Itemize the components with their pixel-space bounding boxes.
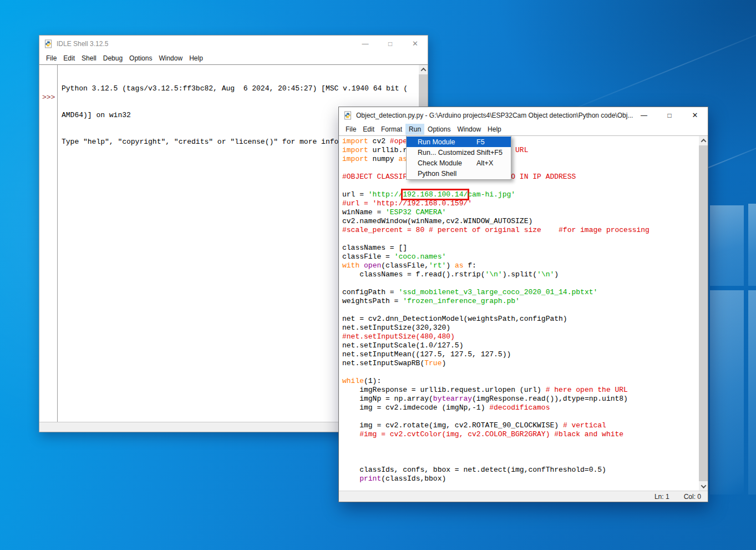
code-line[interactable]: classNames = [] <box>342 244 699 253</box>
minimize-icon[interactable]: — <box>631 107 657 123</box>
code-token: 'frozen_inference_graph.pb' <box>403 297 520 305</box>
code-line[interactable]: configPath = 'ssd_mobilenet_v3_large_coc… <box>342 288 699 297</box>
menu-item-format[interactable]: Format <box>378 124 405 135</box>
run-menu-item-check-module[interactable]: Check ModuleAlt+X <box>407 158 511 168</box>
code-token: import <box>342 137 368 145</box>
menu-item-file[interactable]: File <box>43 53 60 64</box>
menu-item-run[interactable]: Run <box>405 124 424 135</box>
code-area[interactable]: import cv2 #openCVimport urllib.request … <box>339 136 699 491</box>
menu-item-help[interactable]: Help <box>484 124 505 135</box>
code-line[interactable]: imgNp = np.array(bytearray(imgResponse.r… <box>342 395 699 403</box>
scroll-down-icon[interactable] <box>699 482 708 491</box>
code-token: net = cv2.dnn_DetectionModel(weightsPath… <box>342 315 567 323</box>
windows-logo-pane <box>748 290 756 495</box>
code-line[interactable] <box>342 306 699 315</box>
code-line[interactable] <box>342 235 699 244</box>
minimize-icon[interactable]: — <box>353 36 378 52</box>
code-line[interactable]: #net.setInputSize(480,480) <box>342 332 699 341</box>
menu-item-window[interactable]: Window <box>454 124 484 135</box>
windows-logo-pane <box>710 290 744 495</box>
shell-prompt: >>> <box>42 93 55 102</box>
code-line[interactable]: import urllib.request #to open and read … <box>342 146 699 155</box>
code-token: open <box>364 261 381 270</box>
menu-item-options[interactable]: Options <box>424 124 454 135</box>
shell-prompt-gutter: >>> <box>39 65 58 422</box>
maximize-icon[interactable]: □ <box>657 107 682 123</box>
code-line[interactable]: #scale_percent = 80 # percent of origina… <box>342 226 699 235</box>
menu-item-edit[interactable]: Edit <box>60 53 78 64</box>
code-token: # here open the URL <box>546 386 628 394</box>
scrollbar-thumb[interactable] <box>699 145 708 481</box>
menu-item-options[interactable]: Options <box>126 53 155 64</box>
code-line[interactable]: weightsPath = 'frozen_inference_graph.pb… <box>342 297 699 306</box>
code-line[interactable] <box>342 279 699 288</box>
code-line[interactable]: winName = 'ESP32 CAMERA' <box>342 208 699 217</box>
code-line[interactable]: net = cv2.dnn_DetectionModel(weightsPath… <box>342 315 699 324</box>
code-line[interactable]: net.setInputMean((127.5, 127.5, 127.5)) <box>342 350 699 359</box>
code-line[interactable]: #url = 'http://192.168.0.159/' <box>342 199 699 208</box>
menu-item-debug[interactable]: Debug <box>100 53 126 64</box>
shell-titlebar[interactable]: IDLE Shell 3.12.5 — □ ✕ <box>39 36 428 52</box>
code-token: import <box>342 155 368 163</box>
code-token: winName = <box>342 208 385 216</box>
code-line[interactable]: #OBJECT CLASSIFICATION PROGRAM FOR VIDEO… <box>342 173 699 181</box>
run-menu-item-run-customized[interactable]: Run... CustomizedShift+F5 <box>407 147 511 158</box>
idle-icon[interactable] <box>44 39 53 48</box>
code-line[interactable] <box>342 368 699 377</box>
code-line[interactable] <box>342 181 699 190</box>
scroll-up-icon[interactable] <box>699 136 708 145</box>
run-menu-item-python-shell[interactable]: Python Shell <box>407 168 511 179</box>
menu-item-help[interactable]: Help <box>186 53 206 64</box>
code-line[interactable] <box>342 457 699 466</box>
code-token: f: <box>464 261 476 270</box>
code-line[interactable]: classNames = f.read().rstrip('\n').split… <box>342 270 699 279</box>
code-line[interactable]: import cv2 #openCV <box>342 137 699 146</box>
status-col-indicator: Col: 0 <box>684 493 701 501</box>
scroll-up-icon[interactable] <box>419 65 428 74</box>
code-token: numpy <box>368 155 399 163</box>
code-token: #scale_percent = 80 # percent of origina… <box>342 226 650 234</box>
code-line[interactable]: classFile = 'coco.names' <box>342 253 699 261</box>
status-line-indicator: Ln: 1 <box>654 493 669 501</box>
code-token: net.setInputSize(320,320) <box>342 324 450 332</box>
editor-scrollbar[interactable] <box>699 136 708 491</box>
close-icon[interactable]: ✕ <box>403 36 428 52</box>
editor-menubar: FileEditFormatRunOptionsWindowHelp <box>339 123 708 135</box>
code-token: net.setInputScale(1.0/127.5) <box>342 341 463 350</box>
menu-item-shell[interactable]: Shell <box>78 53 100 64</box>
run-menu-item-run-module[interactable]: Run ModuleF5 <box>407 137 511 147</box>
menu-item-window[interactable]: Window <box>155 53 186 64</box>
editor-text-panel[interactable]: import cv2 #openCVimport urllib.request … <box>339 135 708 491</box>
code-line[interactable]: while(1): <box>342 377 699 386</box>
code-line[interactable] <box>342 164 699 173</box>
code-line[interactable]: classIds, confs, bbox = net.detect(img,c… <box>342 466 699 475</box>
editor-titlebar[interactable]: Object_detection.py.py - G:\Arduino proj… <box>339 107 708 123</box>
code-line[interactable]: net.setInputSize(320,320) <box>342 324 699 332</box>
code-line[interactable] <box>342 448 699 457</box>
menu-item-edit[interactable]: Edit <box>359 124 378 135</box>
code-line[interactable]: with open(classFile,'rt') as f: <box>342 261 699 270</box>
code-line[interactable]: #img = cv2.cvtColor(img, cv2.COLOR_BGR2G… <box>342 430 699 439</box>
maximize-icon[interactable]: □ <box>378 36 403 52</box>
code-token: ) <box>554 270 559 279</box>
menu-item-file[interactable]: File <box>342 124 359 135</box>
code-line[interactable] <box>342 439 699 448</box>
menu-item-label: Run Module <box>418 138 455 146</box>
close-icon[interactable]: ✕ <box>682 107 708 123</box>
code-line[interactable]: print(classIds,bbox) <box>342 475 699 483</box>
code-line[interactable] <box>342 412 699 421</box>
idle-icon[interactable] <box>343 111 352 120</box>
code-line[interactable]: import numpy as np <box>342 155 699 164</box>
code-token: 'rt' <box>429 261 446 270</box>
code-line[interactable]: img = cv2.rotate(img, cv2.ROTATE_90_CLOC… <box>342 421 699 430</box>
code-line[interactable]: cv2.namedWindow(winName,cv2.WINDOW_AUTOS… <box>342 217 699 226</box>
code-token: #net.setInputSize(480,480) <box>342 332 455 341</box>
code-line[interactable]: net.setInputScale(1.0/127.5) <box>342 341 699 350</box>
code-token: print <box>359 475 381 483</box>
code-line[interactable]: img = cv2.imdecode (imgNp,-1) #decodific… <box>342 403 699 412</box>
code-token <box>359 261 364 270</box>
code-line[interactable]: imgResponse = urllib.request.urlopen (ur… <box>342 386 699 395</box>
code-line[interactable]: net.setInputSwapRB(True) <box>342 359 699 368</box>
code-token: 'ESP32 CAMERA' <box>385 208 446 216</box>
code-line[interactable]: url = 'http://192.168.100.14/cam-hi.jpg' <box>342 190 699 199</box>
